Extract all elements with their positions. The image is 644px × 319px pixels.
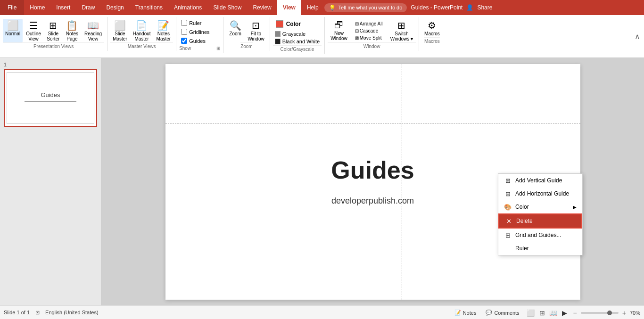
guides-label: Guides — [189, 38, 206, 44]
menu-help[interactable]: Help — [301, 0, 324, 15]
status-right: 📝 Notes 💬 Comments ⬜ ⊞ 📖 ▶ − + 70% — [452, 308, 640, 318]
status-left: Slide 1 of 1 ⊡ English (United States) — [4, 310, 446, 316]
document-title: Guides - PowerPoint — [411, 4, 462, 11]
notes-page-button[interactable]: 📋 NotesPage — [63, 19, 81, 42]
slide-master-button[interactable]: ⬜ SlideMaster — [110, 19, 130, 42]
zoom-slider[interactable] — [581, 312, 619, 314]
ruler-item-label: Ruler — [515, 245, 529, 252]
macros-icon: ⚙ — [428, 20, 436, 31]
delete-item[interactable]: ✕ Delete — [498, 213, 582, 229]
handout-master-icon: 📄 — [136, 20, 148, 31]
arrange-all-button[interactable]: ⊞ Arrange All — [353, 21, 385, 27]
slide-show-status-icon[interactable]: ▶ — [560, 308, 570, 318]
zoom-label: Zoom — [229, 31, 241, 36]
grid-and-guides-item[interactable]: ⊞ Grid and Guides... — [498, 229, 582, 242]
menu-slideshow[interactable]: Slide Show — [207, 0, 247, 15]
menu-draw[interactable]: Draw — [76, 0, 100, 15]
menu-design[interactable]: Design — [100, 0, 129, 15]
notes-button[interactable]: 📝 Notes — [452, 309, 479, 317]
normal-view-button[interactable]: ⬜ Normal — [3, 19, 23, 42]
fit-icon[interactable]: ⊡ — [35, 310, 40, 316]
add-horizontal-guide-item[interactable]: ⊟ Add Horizontal Guide — [498, 187, 582, 200]
guides-check[interactable] — [181, 38, 187, 44]
color-group-label: Color/Grayscale — [273, 45, 322, 52]
comments-icon: 💬 — [486, 310, 492, 316]
file-menu[interactable]: File — [0, 0, 24, 15]
show-expand-icon[interactable]: ⊞ — [216, 46, 220, 51]
add-horizontal-guide-label: Add Horizontal Guide — [515, 190, 569, 197]
menu-review[interactable]: Review — [247, 0, 277, 15]
add-vertical-guide-item[interactable]: ⊞ Add Vertical Guide — [498, 174, 582, 187]
notes-master-icon: 📝 — [157, 20, 169, 31]
delete-icon: ✕ — [505, 217, 512, 225]
color-item-icon: 🎨 — [504, 203, 512, 211]
grayscale-button[interactable]: Grayscale — [273, 30, 322, 38]
zoom-button[interactable]: 🔍 Zoom — [226, 19, 244, 42]
color-item[interactable]: 🎨 Color ▶ — [498, 200, 582, 213]
menu-home[interactable]: Home — [24, 0, 50, 15]
menu-view[interactable]: View — [277, 0, 301, 15]
zoom-out-icon[interactable]: − — [573, 309, 577, 317]
fit-to-window-label: Fit toWindow — [248, 31, 264, 41]
notes-master-button[interactable]: 📝 NotesMaster — [154, 19, 173, 42]
notes-label: Notes — [463, 310, 477, 316]
slide-thumbnail[interactable]: Guides — [4, 69, 97, 127]
gridlines-checkbox[interactable]: Gridlines — [179, 28, 220, 36]
menu-insert[interactable]: Insert — [50, 0, 76, 15]
menu-transitions[interactable]: Transitions — [130, 0, 168, 15]
language-label: English (United States) — [45, 310, 99, 316]
ruler-item[interactable]: Ruler — [498, 242, 582, 255]
share-button[interactable]: Share — [477, 4, 492, 11]
context-menu: ⊞ Add Vertical Guide ⊟ Add Horizontal Gu… — [498, 173, 583, 255]
menu-items: Home Insert Draw Design Transitions Anim… — [24, 0, 324, 15]
reading-view-status-icon[interactable]: 📖 — [549, 308, 558, 318]
switch-windows-icon: ⊞ — [397, 20, 405, 31]
zoom-handle[interactable] — [607, 311, 612, 315]
tell-me-label: Tell me what you want to do — [339, 5, 403, 10]
normal-view-label: Normal — [5, 31, 20, 36]
color-label: Color — [286, 21, 301, 27]
menu-animations[interactable]: Animations — [168, 0, 207, 15]
guide-horizontal-1[interactable] — [165, 123, 580, 123]
switch-windows-button[interactable]: ⊞ SwitchWindows ▾ — [388, 19, 416, 42]
slide-sorter-status-icon[interactable]: ⊞ — [537, 308, 547, 318]
ruler-check[interactable] — [181, 20, 187, 26]
outline-view-button[interactable]: ☰ OutlineView — [24, 19, 43, 42]
add-horizontal-guide-icon: ⊟ — [504, 190, 512, 197]
zoom-icon: 🔍 — [230, 20, 241, 31]
slide-sorter-icon: ⊞ — [49, 20, 57, 31]
macros-group-label: Macros — [424, 37, 440, 44]
reading-view-button[interactable]: 📖 ReadingView — [82, 19, 104, 42]
comments-button[interactable]: 💬 Comments — [483, 309, 522, 317]
cascade-button[interactable]: ⊟ Cascade — [353, 28, 385, 34]
black-and-white-button[interactable]: Black and White — [273, 38, 322, 45]
normal-view-status-icon[interactable]: ⬜ — [526, 308, 536, 318]
show-group: Ruler Gridlines Guides Show ⊞ — [176, 17, 223, 53]
window-group: 🗗 NewWindow ⊞ Arrange All ⊟ Cascade ⊠ Mo… — [325, 17, 419, 51]
move-split-button[interactable]: ⊠ Move Split — [353, 35, 385, 41]
gridlines-check[interactable] — [181, 29, 187, 35]
master-views-label: Master Views — [110, 42, 173, 49]
master-buttons: ⬜ SlideMaster 📄 HandoutMaster 📝 NotesMas… — [110, 19, 173, 42]
fit-to-window-button[interactable]: ⊡ Fit toWindow — [245, 19, 267, 42]
delete-label: Delete — [516, 218, 533, 224]
macros-button[interactable]: ⚙ Macros — [422, 19, 442, 37]
slide-panel: 1 Guides — [0, 58, 101, 305]
outline-view-label: OutlineView — [26, 31, 41, 41]
notes-icon: 📝 — [454, 310, 461, 316]
color-button[interactable]: Color — [273, 19, 322, 29]
guides-checkbox[interactable]: Guides — [179, 37, 220, 45]
pres-buttons: ⬜ Normal ☰ OutlineView ⊞ SlideSorter 📋 N… — [3, 19, 104, 42]
macros-group: ⚙ Macros Macros — [419, 17, 445, 46]
handout-master-label: HandoutMaster — [133, 31, 151, 41]
slide-master-icon: ⬜ — [114, 20, 126, 31]
tell-me-input[interactable]: 💡 Tell me what you want to do — [324, 3, 407, 12]
ribbon-collapse-button[interactable]: ∧ — [635, 30, 640, 43]
slide-sorter-button[interactable]: ⊞ SlideSorter — [44, 19, 62, 42]
ruler-checkbox[interactable]: Ruler — [179, 19, 220, 27]
view-icons: ⬜ ⊞ 📖 ▶ — [526, 308, 570, 318]
handout-master-button[interactable]: 📄 HandoutMaster — [131, 19, 153, 42]
new-window-button[interactable]: 🗗 NewWindow — [328, 19, 350, 42]
zoom-in-icon[interactable]: + — [622, 309, 626, 317]
thumb-title: Guides — [41, 91, 60, 98]
